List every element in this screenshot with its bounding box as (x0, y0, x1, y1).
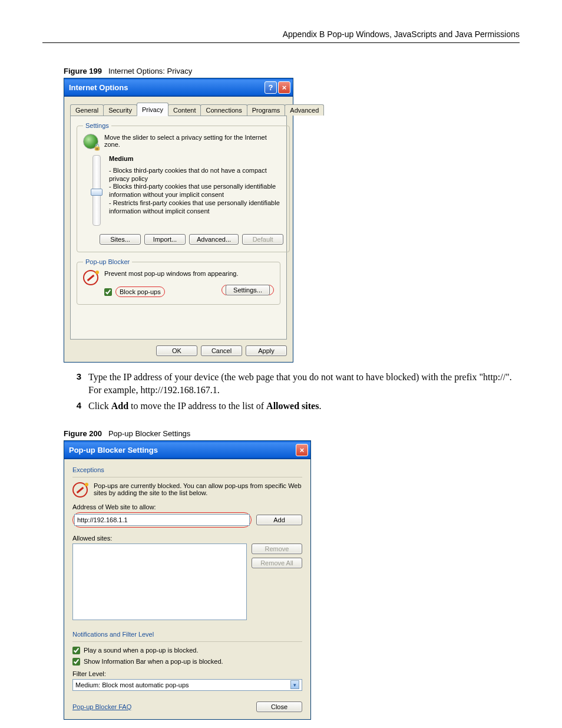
globe-lock-icon (83, 134, 98, 149)
allowed-sites-listbox[interactable] (72, 543, 247, 620)
privacy-desc-3: - Restricts first-party cookies that use… (109, 199, 283, 216)
block-popups-label: Block pop-ups (120, 288, 161, 295)
block-popups-checkbox[interactable] (104, 288, 112, 296)
privacy-tab-panel: Settings Move the slider to select a pri… (70, 116, 287, 340)
header-rule (42, 42, 520, 43)
privacy-slider[interactable] (92, 155, 101, 226)
tab-general[interactable]: General (70, 104, 104, 116)
divider (72, 477, 302, 477)
figure-200-caption: Figure 200 Pop-up Blocker Settings (64, 429, 520, 438)
notifications-legend: Notifications and Filter Level (72, 631, 302, 638)
help-icon[interactable]: ? (265, 81, 277, 94)
close-icon[interactable]: × (296, 444, 308, 456)
popup-blocked-icon (72, 482, 88, 498)
popup-blocker-faq-link[interactable]: Pop-up Blocker FAQ (72, 703, 131, 710)
remove-button: Remove (252, 543, 302, 554)
dialog2-title: Pop-up Blocker Settings (69, 446, 158, 454)
filter-level-label: Filter Level: (72, 670, 302, 677)
figure-199-label: Figure 199 (64, 67, 102, 75)
figure-199-title: Internet Options: Privacy (108, 67, 192, 75)
block-popups-field[interactable]: Block pop-ups (104, 286, 165, 297)
tab-security[interactable]: Security (103, 104, 137, 116)
instruction-steps: 3 Type the IP address of your device (th… (72, 371, 520, 413)
divider (72, 641, 302, 642)
popup-blocker-settings-dialog: Pop-up Blocker Settings × Exceptions Pop… (64, 440, 311, 720)
appendix-header: Appendix B Pop-up Windows, JavaScripts a… (42, 29, 520, 39)
figure-200-label: Figure 200 (64, 429, 102, 438)
step-4-text: Click Add to move the IP address to the … (88, 400, 520, 413)
address-input[interactable] (74, 514, 250, 526)
popup-settings-button[interactable]: Settings... (226, 285, 270, 295)
figure-199-caption: Figure 199 Internet Options: Privacy (64, 67, 520, 75)
close-icon[interactable]: × (278, 81, 290, 94)
step-3-text: Type the IP address of your device (the … (88, 371, 520, 396)
step-4-pre: Click (88, 401, 111, 411)
tab-connections[interactable]: Connections (200, 104, 247, 116)
add-button[interactable]: Add (256, 515, 302, 525)
cancel-button[interactable]: Cancel (201, 345, 242, 356)
tab-programs[interactable]: Programs (247, 104, 286, 116)
info-bar-checkbox[interactable] (72, 658, 80, 666)
dialog-titlebar[interactable]: Internet Options ? × (64, 78, 293, 97)
popup-blocker-legend: Pop-up Blocker (83, 258, 132, 265)
step-4-allowed: Allowed sites (266, 401, 319, 411)
allowed-sites-label: Allowed sites: (72, 535, 302, 542)
slider-thumb-icon[interactable] (91, 189, 103, 196)
dialog2-titlebar[interactable]: Pop-up Blocker Settings × (64, 441, 310, 459)
default-button: Default (242, 234, 283, 245)
address-label: Address of Web site to allow: (72, 503, 302, 510)
sites-button[interactable]: Sites... (100, 234, 141, 245)
ok-button[interactable]: OK (156, 345, 197, 356)
play-sound-field[interactable]: Play a sound when a pop-up is blocked. (72, 647, 302, 654)
step-4-post: . (319, 401, 321, 411)
tab-advanced[interactable]: Advanced (285, 104, 324, 116)
address-input-highlight (72, 512, 252, 528)
play-sound-checkbox[interactable] (72, 647, 80, 654)
privacy-desc-2: - Blocks third-party cookies that use pe… (109, 183, 283, 199)
remove-all-button: Remove All (252, 558, 302, 568)
popup-intro: Prevent most pop-up windows from appeari… (104, 270, 274, 277)
settings-button-highlight: Settings... (222, 285, 274, 295)
exceptions-legend: Exceptions (72, 466, 302, 473)
dialog-title: Internet Options (69, 83, 128, 92)
play-sound-label: Play a sound when a pop-up is blocked. (84, 647, 198, 654)
settings-group: Settings Move the slider to select a pri… (77, 122, 290, 252)
filter-level-select[interactable]: Medium: Block most automatic pop-ups ▾ (72, 679, 302, 691)
chevron-down-icon[interactable]: ▾ (290, 680, 299, 689)
internet-options-dialog: Internet Options ? × General Security Pr… (64, 78, 293, 363)
step-4-add: Add (111, 401, 128, 411)
settings-intro: Move the slider to select a privacy sett… (104, 134, 283, 148)
import-button[interactable]: Import... (144, 234, 186, 245)
close-button[interactable]: Close (256, 701, 302, 712)
info-bar-field[interactable]: Show Information Bar when a pop-up is bl… (72, 658, 302, 666)
apply-button[interactable]: Apply (246, 345, 287, 356)
tab-content[interactable]: Content (168, 104, 201, 116)
step-4-mid: to move the IP address to the list of (128, 401, 266, 411)
tab-strip: General Security Privacy Content Connect… (70, 103, 287, 116)
popup-blocker-group: Pop-up Blocker Prevent most pop-up windo… (77, 258, 280, 305)
figure-200-title: Pop-up Blocker Settings (108, 429, 190, 438)
advanced-button[interactable]: Advanced... (189, 234, 239, 245)
privacy-desc-1: - Blocks third-party cookies that do not… (109, 167, 283, 183)
block-popups-highlight: Block pop-ups (115, 286, 165, 297)
filter-level-value: Medium: Block most automatic pop-ups (75, 681, 189, 689)
tab-privacy[interactable]: Privacy (137, 103, 168, 116)
popup-blocked-icon (83, 270, 98, 285)
step-4-number: 4 (72, 400, 81, 413)
step-3-number: 3 (72, 371, 81, 396)
settings-legend: Settings (83, 122, 111, 129)
exceptions-intro: Pop-ups are currently blocked. You can a… (94, 482, 302, 496)
info-bar-label: Show Information Bar when a pop-up is bl… (84, 658, 223, 665)
privacy-level-name: Medium (109, 155, 283, 163)
